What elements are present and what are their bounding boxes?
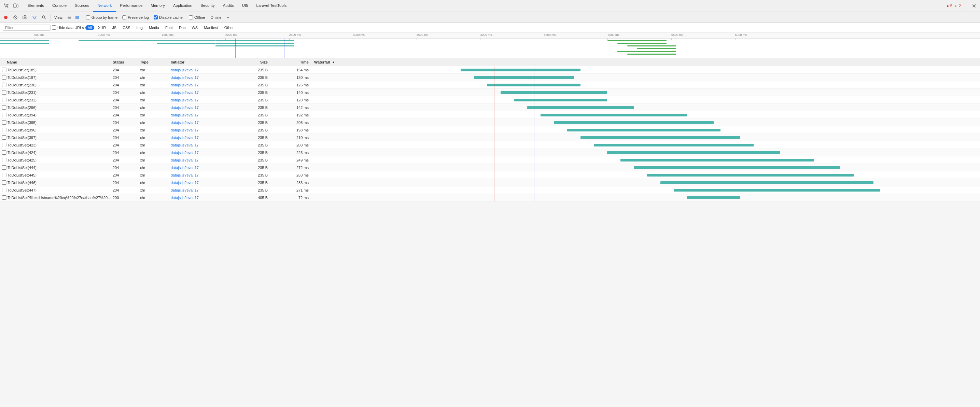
cell-size: 235 B [239,83,273,87]
tab-console[interactable]: Console [48,0,71,12]
table-row[interactable]: ToDoListSet(296) 204 xhr datajs.js?eval:… [0,104,980,111]
row-checkbox[interactable] [2,83,7,87]
waterfall-load-line [534,149,535,156]
filter-doc-button[interactable]: Doc [177,25,188,30]
camera-button[interactable] [21,13,29,22]
table-row[interactable]: ToDoListSet(394) 204 xhr datajs.js?eval:… [0,111,980,119]
timeline-ruler: 500 ms1000 ms1500 ms2000 ms2500 ms3000 m… [0,32,980,38]
table-row[interactable]: ToDoListSet(230) 204 xhr datajs.js?eval:… [0,81,980,89]
error-badge: ● 5 ▲ 2 [947,4,961,8]
tab-laravel[interactable]: Laravel TestTools [252,0,291,12]
table-scroll-area[interactable]: ToDoListSet(185) 204 xhr datajs.js?eval:… [0,66,980,407]
tree-view-icon[interactable] [74,14,81,21]
filter-js-button[interactable]: JS [110,25,119,30]
row-checkbox[interactable] [2,195,7,200]
table-header: Name Status Type Initiator Size Time Wat… [0,58,980,66]
row-checkbox[interactable] [2,68,7,72]
table-row[interactable]: ToDoListSet(396) 204 xhr datajs.js?eval:… [0,126,980,134]
tab-ui5[interactable]: UI5 [238,0,252,12]
group-by-frame-checkbox[interactable]: Group by frame [86,15,118,19]
table-row[interactable]: ToDoListSet(232) 204 xhr datajs.js?eval:… [0,96,980,104]
table-row[interactable]: ToDoListSet?filter=Listname%20eq%20%27na… [0,194,980,202]
filter-media-button[interactable]: Media [146,25,162,30]
cell-waterfall [314,89,980,96]
table-row[interactable]: ToDoListSet(423) 204 xhr datajs.js?eval:… [0,141,980,149]
table-row[interactable]: ToDoListSet(445) 204 xhr datajs.js?eval:… [0,172,980,179]
table-row[interactable]: ToDoListSet(185) 204 xhr datajs.js?eval:… [0,66,980,74]
tab-sources[interactable]: Sources [71,0,93,12]
record-button[interactable] [2,13,10,22]
inspect-element-icon[interactable] [2,1,11,11]
table-row[interactable]: ToDoListSet(397) 204 xhr datajs.js?eval:… [0,134,980,141]
cell-initiator: datajs.js?eval:17 [171,121,239,125]
clear-button[interactable] [11,13,20,22]
filter-css-button[interactable]: CSS [120,25,133,30]
table-row[interactable]: ToDoListSet(395) 204 xhr datajs.js?eval:… [0,119,980,126]
col-header-type[interactable]: Type [140,60,171,64]
table-row[interactable]: ToDoListSet(447) 204 xhr datajs.js?eval:… [0,186,980,194]
row-checkbox[interactable] [2,128,7,132]
col-header-status[interactable]: Status [113,60,140,64]
row-checkbox[interactable] [2,113,7,117]
row-checkbox[interactable] [2,143,7,147]
col-header-initiator[interactable]: Initiator [171,60,239,64]
table-row[interactable]: ToDoListSet(197) 204 xhr datajs.js?eval:… [0,74,980,81]
row-checkbox[interactable] [2,158,7,162]
preserve-log-checkbox[interactable]: Preserve log [122,15,149,19]
hide-data-urls-checkbox[interactable]: Hide data URLs [52,25,84,30]
waterfall-dom-line [494,134,495,141]
row-checkbox[interactable] [2,173,7,177]
throttle-dropdown[interactable] [225,15,232,20]
disable-cache-checkbox[interactable]: Disable cache [154,15,183,19]
col-header-waterfall[interactable]: Waterfall ▲ [314,60,980,64]
filter-ws-button[interactable]: WS [189,25,200,30]
filter-font-button[interactable]: Font [163,25,175,30]
cell-type: xhr [140,113,171,117]
table-row[interactable]: ToDoListSet(446) 204 xhr datajs.js?eval:… [0,179,980,186]
tab-security[interactable]: Security [196,0,219,12]
row-checkbox[interactable] [2,105,7,110]
row-checkbox[interactable] [2,75,7,79]
table-row[interactable]: ToDoListSet(444) 204 xhr datajs.js?eval:… [0,164,980,172]
list-view-icon[interactable] [65,14,73,21]
table-row[interactable]: ToDoListSet(424) 204 xhr datajs.js?eval:… [0,149,980,156]
close-button[interactable]: ✕ [969,1,978,11]
row-checkbox[interactable] [2,135,7,140]
tab-elements[interactable]: Elements [24,0,48,12]
offline-checkbox[interactable]: Offline [189,15,205,19]
row-checkbox[interactable] [2,90,7,95]
more-options-button[interactable]: ⋮ [963,2,969,10]
timeline-bar [627,45,676,46]
device-toolbar-icon[interactable] [11,1,21,11]
table-row[interactable]: ToDoListSet(425) 204 xhr datajs.js?eval:… [0,156,980,164]
row-checkbox[interactable] [2,150,7,155]
tab-audits[interactable]: Audits [219,0,238,12]
tab-network[interactable]: Network [93,0,116,12]
waterfall-load-line [534,156,535,164]
filter-button[interactable] [30,13,39,22]
cell-initiator: datajs.js?eval:17 [171,196,239,200]
row-checkbox[interactable] [2,188,7,192]
filter-other-button[interactable]: Other [222,25,236,30]
filter-manifest-button[interactable]: Manifest [202,25,221,30]
search-button[interactable] [40,13,48,22]
waterfall-load-line [534,179,535,186]
filter-img-button[interactable]: Img [134,25,145,30]
cell-size: 235 B [239,151,273,155]
col-header-size[interactable]: Size [239,60,273,64]
online-button[interactable]: Online [208,15,224,20]
tab-memory[interactable]: Memory [146,0,169,12]
row-checkbox[interactable] [2,98,7,102]
filter-input[interactable] [3,25,51,31]
row-checkbox[interactable] [2,165,7,170]
filter-all-button[interactable]: All [85,25,94,30]
tab-performance[interactable]: Performance [116,0,147,12]
cell-name: ToDoListSet(232) [7,98,113,102]
col-header-time[interactable]: Time [273,60,314,64]
tab-application[interactable]: Application [169,0,196,12]
row-checkbox[interactable] [2,120,7,125]
col-header-name[interactable]: Name [0,60,113,64]
table-row[interactable]: ToDoListSet(231) 204 xhr datajs.js?eval:… [0,89,980,96]
filter-xhr-button[interactable]: XHR [95,25,108,30]
row-checkbox[interactable] [2,180,7,185]
